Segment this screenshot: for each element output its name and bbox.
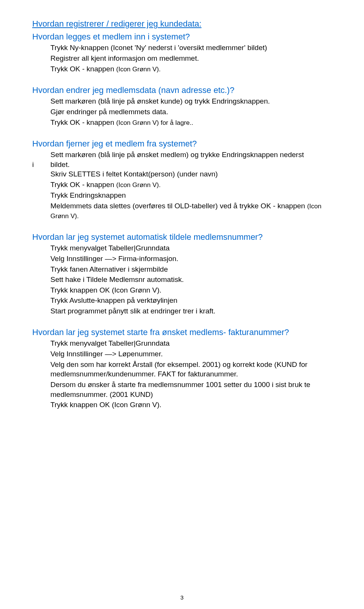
remove-i-label: i [32, 161, 34, 168]
add-p2: Registrer all kjent informasjon om medle… [50, 54, 332, 63]
auto-p5: Trykk knappen OK (Icon Grønn V). [50, 285, 332, 295]
remove-p3: Trykk OK - knappen (Icon Grønn V). [50, 180, 332, 190]
remove-p5: Meldemmets data slettes (overføres til O… [50, 201, 332, 221]
add-p3: Trykk OK - knappen (Icon Grønn V). [50, 64, 332, 74]
remove-p2: Skriv SLETTES i feltet Kontakt(person) (… [50, 169, 332, 179]
remove-p5-a: Meldemmets data slettes (overføres til O… [50, 202, 307, 210]
add-p3-b: (Icon Grønn V). [116, 66, 161, 73]
remove-member-body: Sett markøren (blå linje på ønsket medle… [32, 150, 332, 220]
autonumber-body: Trykk menyvalget Tabeller|Grunndata Velg… [50, 243, 332, 316]
auto-p3: Trykk fanen Alternativer i skjermbilde [50, 264, 332, 274]
auto-p4: Sett hake i Tildele Medlemsnr automatisk… [50, 275, 332, 285]
remove-p3-b: (Icon Grønn V). [116, 181, 161, 189]
start-p5: Trykk knappen OK (Icon Grønn V). [50, 400, 332, 410]
add-p1: Trykk Ny-knappen (Iconet 'Ny' nederst i … [50, 43, 332, 53]
edit-p3: Trykk OK - knappen (Icon Grønn V) for å … [50, 118, 332, 127]
auto-p1: Trykk menyvalget Tabeller|Grunndata [50, 243, 332, 253]
edit-member-body: Sett markøren (blå linje på ønsket kunde… [50, 96, 332, 127]
document-page: Hvordan registrerer / redigerer jeg kund… [0, 0, 364, 609]
start-p2: Velg Innstillinger —> Løpenummer. [50, 349, 332, 359]
edit-p2: Gjør endringer på medlemmets data. [50, 107, 332, 117]
remove-line1: Sett markøren (blå linje på ønsket medle… [32, 150, 332, 160]
edit-p3-b: (Icon Grønn V) for å lagre.. [116, 119, 193, 126]
auto-p7: Start programmet pånytt slik at endringe… [50, 306, 332, 316]
start-p3: Velg den som har korrekt Årstall (for ek… [50, 360, 332, 379]
remove-p1a: Sett markøren (blå linje på ønsket medle… [50, 151, 304, 159]
start-p4: Dersom du ønsker å starte fra medlemsnum… [50, 380, 332, 399]
remove-p4: Trykk Endringsknappen [50, 190, 332, 200]
remove-p1b: bildet. [50, 161, 70, 168]
startnumber-body: Trykk menyvalget Tabeller|Grunndata Velg… [50, 338, 332, 409]
edit-p1: Sett markøren (blå linje på ønsket kunde… [50, 96, 332, 106]
page-title-link[interactable]: Hvordan registrerer / redigerer jeg kund… [32, 18, 332, 30]
page-number: 3 [0, 594, 364, 601]
heading-remove-member: Hvordan fjerner jeg et medlem fra system… [32, 138, 332, 149]
remove-line2: i bildet. [32, 160, 332, 170]
start-p1: Trykk menyvalget Tabeller|Grunndata [50, 338, 332, 348]
heading-edit-member: Hvordan endrer jeg medlemsdata (navn adr… [32, 85, 332, 96]
heading-startnumber: Hvordan lar jeg systemet starte fra ønsk… [32, 327, 332, 338]
auto-p6: Trykk Avslutte-knappen på verktøylinjen [50, 296, 332, 305]
auto-p2: Velg Innstillinger —> Firma-informasjon. [50, 254, 332, 264]
add-p3-a: Trykk OK - knappen [50, 65, 116, 73]
edit-p3-a: Trykk OK - knappen [50, 118, 116, 126]
add-member-body: Trykk Ny-knappen (Iconet 'Ny' nederst i … [50, 43, 332, 74]
heading-autonumber: Hvordan lar jeg systemet automatisk tild… [32, 231, 332, 243]
heading-add-member: Hvordan legges et medlem inn i systemet? [32, 31, 332, 42]
remove-p3-a: Trykk OK - knappen [50, 181, 116, 189]
